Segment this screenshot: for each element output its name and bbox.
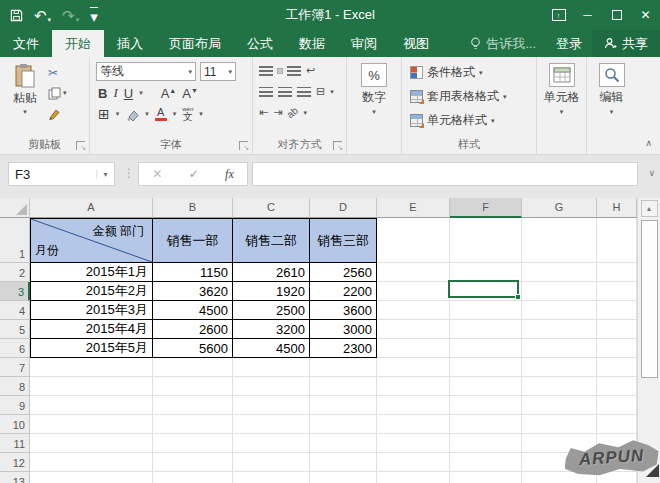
cell-D7[interactable] [310,358,377,377]
font-color-dropdown-icon[interactable]: ▾ [173,110,177,118]
font-dialog-launcher-icon[interactable] [239,141,248,150]
number-dropdown-icon[interactable]: ▾ [372,108,376,116]
cell-D4[interactable]: 3600 [310,301,377,320]
cell-C11[interactable] [233,434,310,453]
format-as-table-button[interactable]: 套用表格格式 ▾ [410,88,536,105]
cell-C13[interactable] [233,472,310,483]
borders-button[interactable]: ⊞ [98,106,110,122]
tab-page-layout[interactable]: 页面布局 [156,30,234,57]
cell-E9[interactable] [377,396,450,415]
row-header-8[interactable]: 8 [0,377,30,396]
cell-F3[interactable] [450,282,522,301]
cell-styles-button[interactable]: 单元格样式 ▾ [410,112,536,129]
number-group[interactable]: % 数字 ▾ [347,57,402,154]
cell-D10[interactable] [310,415,377,434]
cell-C4[interactable]: 2500 [233,301,310,320]
align-bottom-button[interactable] [287,66,301,76]
cell-H9[interactable] [597,396,637,415]
align-center-button[interactable] [278,87,292,97]
redo-button[interactable]: ↷▾ [62,8,79,23]
cell-H6[interactable] [597,339,637,358]
cell-A6[interactable]: 2015年5月 [30,339,153,358]
scroll-up-icon[interactable]: ▲ [641,200,658,217]
cell-G2[interactable] [522,263,597,282]
cell-H2[interactable] [597,263,637,282]
cell-F2[interactable] [450,263,522,282]
cell-C8[interactable] [233,377,310,396]
cell-D11[interactable] [310,434,377,453]
underline-dropdown-icon[interactable]: ▾ [139,89,143,97]
decrease-font-button[interactable]: A▼ [182,86,198,101]
font-color-button[interactable]: A [155,107,167,121]
orientation-dropdown-icon[interactable]: ▾ [304,109,308,117]
minimize-button[interactable]: ─ [573,0,602,30]
sign-in-button[interactable]: 登录 [546,30,592,57]
orientation-button[interactable]: ab [286,105,301,120]
align-left-button[interactable] [259,87,273,97]
cell-E5[interactable] [377,320,450,339]
row-header-7[interactable]: 7 [0,358,30,377]
editing-group[interactable]: 编辑 ▾ [587,57,636,154]
undo-dropdown-icon[interactable]: ▾ [48,16,52,23]
save-icon[interactable] [10,9,23,22]
cell-D8[interactable] [310,377,377,396]
row-header-1[interactable]: 1 [0,218,30,263]
tab-formulas[interactable]: 公式 [234,30,286,57]
increase-indent-button[interactable]: ⇥ [273,107,282,118]
cell-F7[interactable] [450,358,522,377]
paste-button[interactable]: 粘贴 ▾ [6,63,44,138]
cell-F13[interactable] [450,472,522,483]
cell-H5[interactable] [597,320,637,339]
fill-color-dropdown-icon[interactable]: ▾ [145,110,149,118]
column-header-E[interactable]: E [377,198,450,218]
copy-button[interactable]: ▾ [48,86,67,100]
cell-G1[interactable] [522,218,597,263]
cell-F8[interactable] [450,377,522,396]
column-header-A[interactable]: A [30,198,153,218]
cell-E12[interactable] [377,453,450,472]
cell-C9[interactable] [233,396,310,415]
cell-F12[interactable] [450,453,522,472]
redo-dropdown-icon[interactable]: ▾ [76,16,80,23]
tab-data[interactable]: 数据 [286,30,338,57]
fill-color-button[interactable] [125,108,139,121]
cell-E1[interactable] [377,218,450,263]
borders-dropdown-icon[interactable]: ▾ [116,110,120,118]
cell-A12[interactable] [30,453,153,472]
row-header-10[interactable]: 10 [0,415,30,434]
undo-button[interactable]: ↶▾ [34,8,51,23]
cell-B4[interactable]: 4500 [153,301,233,320]
cell-G11[interactable] [522,434,597,453]
cell-A13[interactable] [30,472,153,483]
cell-C10[interactable] [233,415,310,434]
phonetic-dropdown-icon[interactable]: ▾ [199,110,203,118]
cell-F5[interactable] [450,320,522,339]
cells-group[interactable]: 单元格 ▾ [537,57,587,154]
wrap-text-button[interactable]: ↩ [306,65,315,76]
cell-D13[interactable] [310,472,377,483]
cell-A10[interactable] [30,415,153,434]
cell-D9[interactable] [310,396,377,415]
cell-B9[interactable] [153,396,233,415]
vertical-scrollbar[interactable]: ▲ [637,198,660,483]
format-painter-button[interactable] [48,106,67,120]
scrollbar-thumb[interactable] [641,220,658,378]
paste-dropdown-icon[interactable]: ▾ [23,108,27,116]
enter-icon[interactable]: ✓ [189,167,199,181]
column-header-H[interactable]: H [597,198,637,218]
cell-B7[interactable] [153,358,233,377]
cell-F9[interactable] [450,396,522,415]
cell-D3[interactable]: 2200 [310,282,377,301]
cell-B8[interactable] [153,377,233,396]
cell-E8[interactable] [377,377,450,396]
cell-F11[interactable] [450,434,522,453]
row-header-2[interactable]: 2 [0,263,30,282]
cell-E11[interactable] [377,434,450,453]
cell-B1[interactable]: 销售一部 [153,218,233,263]
column-header-B[interactable]: B [153,198,233,218]
formula-bar-expand-icon[interactable]: ∨ [648,168,655,178]
tab-file[interactable]: 文件 [0,30,52,57]
name-box-dropdown-icon[interactable]: ▾ [96,170,114,179]
row-header-13[interactable]: 13 [0,472,30,483]
cell-B2[interactable]: 1150 [153,263,233,282]
